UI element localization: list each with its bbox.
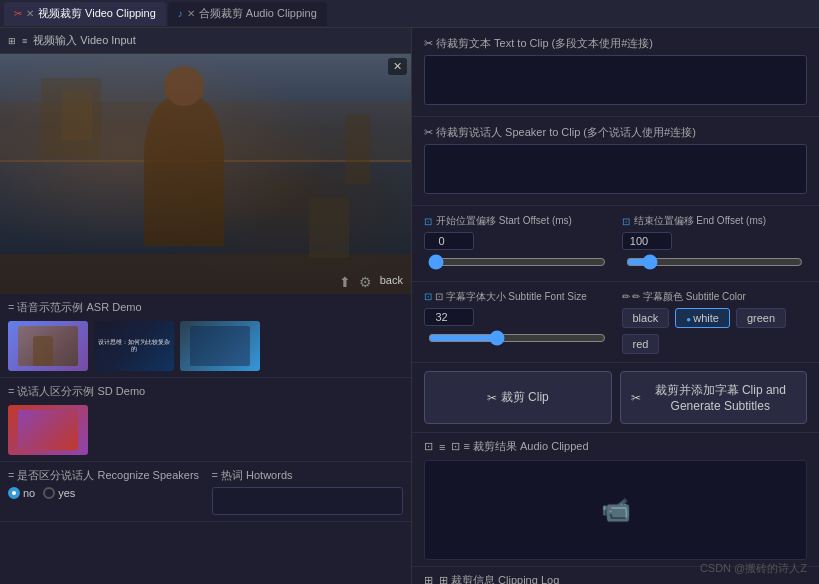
text-to-clip-section: ✂ 待裁剪文本 Text to Clip (多段文本使用#连接) bbox=[412, 28, 819, 117]
video-camera-icon: 📹 bbox=[601, 496, 631, 524]
tab-video-close[interactable]: ✕ bbox=[26, 8, 34, 19]
end-offset-icon: ⊡ bbox=[622, 216, 630, 227]
radio-no-label: no bbox=[23, 487, 35, 499]
speaker-to-clip-label-text: ✂ 待裁剪说话人 Speaker to Clip (多个说话人使用#连接) bbox=[424, 125, 696, 140]
tab-bar: ✂ ✕ 视频裁剪 Video Clipping ♪ ✕ 合频裁剪 Audio C… bbox=[0, 0, 819, 28]
bottom-controls-section: = 是否区分说话人 Recognize Speakers no yes = 热词… bbox=[0, 462, 411, 522]
color-btn-white[interactable]: white bbox=[675, 308, 730, 328]
radio-yes-circle bbox=[43, 487, 55, 499]
video-input-title: 视频输入 Video Input bbox=[33, 33, 136, 48]
end-offset-slider[interactable] bbox=[626, 254, 804, 270]
start-offset-group: ⊡ 开始位置偏移 Start Offset (ms) bbox=[424, 214, 610, 273]
video-scene bbox=[0, 54, 411, 294]
video-figure bbox=[144, 96, 224, 246]
recognize-speakers-label: = 是否区分说话人 Recognize Speakers bbox=[8, 468, 199, 483]
expand-icon: ⊞ bbox=[8, 36, 16, 46]
audio-clipped-label: ⊡ ≡ 裁剪结果 Audio Clipped bbox=[451, 439, 588, 454]
asr-thumb-inner-3 bbox=[180, 321, 260, 371]
font-size-input[interactable] bbox=[424, 308, 474, 326]
end-offset-group: ⊡ 结束位置偏移 End Offset (ms) bbox=[622, 214, 808, 273]
text-to-clip-label-text: ✂ 待裁剪文本 Text to Clip (多段文本使用#连接) bbox=[424, 36, 653, 51]
sd-thumbnails bbox=[8, 405, 403, 455]
subtitle-color-label: ✏ ✏ 字幕颜色 Subtitle Color bbox=[622, 290, 808, 304]
asr-thumbnails: 设计思维：如何为比较复杂的 bbox=[8, 321, 403, 371]
end-offset-input[interactable] bbox=[622, 232, 672, 250]
clip-generate-label: 裁剪并添加字幕 Clip and Generate Subtitles bbox=[645, 382, 797, 413]
clip-generate-button[interactable]: ✂ 裁剪并添加字幕 Clip and Generate Subtitles bbox=[620, 371, 808, 424]
action-row: ✂ 裁剪 Clip ✂ 裁剪并添加字幕 Clip and Generate Su… bbox=[412, 363, 819, 433]
clip-label: 裁剪 Clip bbox=[501, 389, 549, 406]
tab-video-label: 视频裁剪 Video Clipping bbox=[38, 6, 156, 21]
radio-yes-label: yes bbox=[58, 487, 75, 499]
color-btn-green[interactable]: green bbox=[736, 308, 786, 328]
offset-section: ⊡ 开始位置偏移 Start Offset (ms) ⊡ 结束位置偏移 End … bbox=[412, 206, 819, 282]
hotwords-group: = 热词 Hotwords bbox=[212, 468, 404, 515]
color-icon: ✏ bbox=[622, 291, 630, 302]
section-icon: ≡ bbox=[22, 36, 27, 46]
watermark-text: CSDN @搬砖的诗人Z bbox=[700, 562, 807, 574]
end-offset-input-row bbox=[622, 232, 808, 250]
color-btn-black[interactable]: black bbox=[622, 308, 670, 328]
tab-audio-clipping[interactable]: ♪ ✕ 合频裁剪 Audio Clipping bbox=[168, 2, 327, 26]
radio-yes[interactable]: yes bbox=[43, 487, 75, 499]
settings-icon[interactable]: ⚙ bbox=[359, 274, 372, 290]
text-to-clip-input[interactable] bbox=[424, 55, 807, 105]
start-offset-input[interactable] bbox=[424, 232, 474, 250]
font-size-label: ⊡ ⊡ 字幕字体大小 Subtitle Font Size bbox=[424, 290, 610, 304]
asr-thumbnail-2[interactable]: 设计思维：如何为比较复杂的 bbox=[94, 321, 174, 371]
watermark: CSDN @搬砖的诗人Z bbox=[700, 561, 807, 576]
offset-row: ⊡ 开始位置偏移 Start Offset (ms) ⊡ 结束位置偏移 End … bbox=[424, 214, 807, 273]
tab-video-icon: ✂ bbox=[14, 8, 22, 19]
log-label: ⊞ 裁剪信息 Clipping Log bbox=[439, 573, 559, 584]
font-size-slider[interactable] bbox=[428, 330, 606, 346]
asr-thumb-inner-1 bbox=[8, 321, 88, 371]
asr-demo-title: = 语音示范示例 ASR Demo bbox=[8, 300, 403, 315]
audio-clipped-expand: ≡ bbox=[439, 441, 445, 453]
sd-title-text: = 说话人区分示例 SD Demo bbox=[8, 384, 145, 399]
asr-thumb-inner-2: 设计思维：如何为比较复杂的 bbox=[94, 321, 174, 371]
tab-video-clipping[interactable]: ✂ ✕ 视频裁剪 Video Clipping bbox=[4, 2, 166, 26]
font-color-section: ⊡ ⊡ 字幕字体大小 Subtitle Font Size ✏ ✏ 字幕颜色 S… bbox=[412, 282, 819, 363]
audio-clipped-icon: ⊡ bbox=[424, 440, 433, 453]
sd-thumbnail-1[interactable] bbox=[8, 405, 88, 455]
font-size-label-text: ⊡ 字幕字体大小 Subtitle Font Size bbox=[435, 291, 587, 302]
audio-preview: 📹 bbox=[424, 460, 807, 560]
hotwords-title: = 热词 Hotwords bbox=[212, 468, 404, 483]
speaker-to-clip-input[interactable] bbox=[424, 144, 807, 194]
start-offset-slider[interactable] bbox=[428, 254, 606, 270]
upload-icon[interactable]: ⬆ bbox=[339, 274, 351, 290]
end-offset-label-text: 结束位置偏移 End Offset (ms) bbox=[634, 214, 767, 228]
video-container: ✕ ⬆ ⚙ back bbox=[0, 54, 411, 294]
subtitle-color-group: ✏ ✏ 字幕颜色 Subtitle Color black white gree… bbox=[622, 290, 808, 354]
font-size-icon: ⊡ bbox=[424, 291, 432, 302]
video-close-button[interactable]: ✕ bbox=[388, 58, 407, 75]
speaker-to-clip-label: ✂ 待裁剪说话人 Speaker to Clip (多个说话人使用#连接) bbox=[424, 125, 807, 140]
hotword-input[interactable] bbox=[212, 487, 404, 515]
tab-audio-close[interactable]: ✕ bbox=[187, 8, 195, 19]
tab-audio-label: 合频裁剪 Audio Clipping bbox=[199, 6, 317, 21]
video-placeholder bbox=[0, 54, 411, 294]
sd-demo-title: = 说话人区分示例 SD Demo bbox=[8, 384, 403, 399]
start-offset-icon: ⊡ bbox=[424, 216, 432, 227]
clip-generate-icon: ✂ bbox=[631, 391, 641, 405]
color-btn-red[interactable]: red bbox=[622, 334, 660, 354]
radio-no[interactable]: no bbox=[8, 487, 35, 499]
text-to-clip-label: ✂ 待裁剪文本 Text to Clip (多段文本使用#连接) bbox=[424, 36, 807, 51]
asr-thumbnail-3[interactable] bbox=[180, 321, 260, 371]
speaker-to-clip-section: ✂ 待裁剪说话人 Speaker to Clip (多个说话人使用#连接) bbox=[412, 117, 819, 206]
video-input-header: ⊞ ≡ 视频输入 Video Input bbox=[0, 28, 411, 54]
sd-thumb-inner-1 bbox=[8, 405, 88, 455]
asr-demo-section: = 语音示范示例 ASR Demo 设计思维：如何为比较复杂的 bbox=[0, 294, 411, 378]
recognize-speakers-group: = 是否区分说话人 Recognize Speakers no yes bbox=[8, 468, 200, 515]
right-panel: ✂ 待裁剪文本 Text to Clip (多段文本使用#连接) ✂ 待裁剪说话… bbox=[412, 28, 819, 584]
audio-clipped-section: ⊡ ≡ ⊡ ≡ 裁剪结果 Audio Clipped 📹 bbox=[412, 433, 819, 567]
clip-button[interactable]: ✂ 裁剪 Clip bbox=[424, 371, 612, 424]
asr-thumbnail-1[interactable] bbox=[8, 321, 88, 371]
hotwords-label: = 热词 Hotwords bbox=[212, 468, 293, 483]
radio-group: no yes bbox=[8, 487, 200, 499]
log-icon: ⊞ bbox=[424, 574, 433, 584]
start-offset-input-row bbox=[424, 232, 610, 250]
tab-audio-icon: ♪ bbox=[178, 8, 183, 19]
back-icon[interactable]: back bbox=[380, 274, 403, 290]
main-layout: ⊞ ≡ 视频输入 Video Input ✕ ⬆ bbox=[0, 28, 819, 584]
